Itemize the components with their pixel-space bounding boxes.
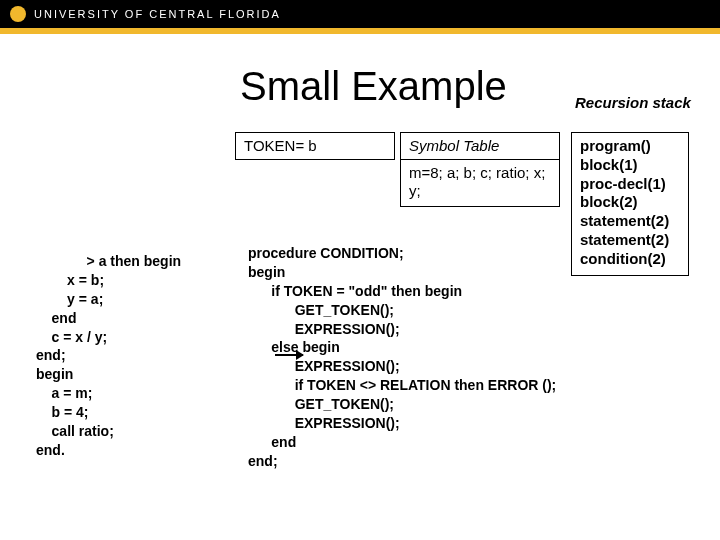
token-box: TOKEN= b bbox=[235, 132, 395, 160]
symbol-table-title: Symbol Table bbox=[409, 137, 499, 154]
brand-name: UNIVERSITY OF CENTRAL FLORIDA bbox=[34, 8, 281, 20]
source-code-left: > a then begin x = b; y = a; end c = x /… bbox=[36, 252, 181, 460]
ucf-logo-icon bbox=[10, 6, 26, 22]
symbol-table-header: Symbol Table bbox=[400, 132, 560, 160]
symbol-table-content: m=8; a; b; c; ratio; x; y; bbox=[409, 164, 545, 199]
slide-content: Small Example Recursion stack TOKEN= b S… bbox=[0, 34, 720, 540]
source-code-right: procedure CONDITION; begin if TOKEN = "o… bbox=[248, 244, 556, 471]
brand-bar: UNIVERSITY OF CENTRAL FLORIDA bbox=[0, 0, 720, 28]
stack-item: proc-decl(1) bbox=[580, 175, 680, 194]
token-value: TOKEN= b bbox=[244, 137, 317, 154]
recursion-stack-label: Recursion stack bbox=[575, 94, 691, 111]
pointer-arrow-icon bbox=[275, 354, 303, 356]
stack-item: block(1) bbox=[580, 156, 680, 175]
stack-item: statement(2) bbox=[580, 212, 680, 231]
stack-item: condition(2) bbox=[580, 250, 680, 269]
stack-item: program() bbox=[580, 137, 680, 156]
symbol-table-body: m=8; a; b; c; ratio; x; y; bbox=[400, 159, 560, 207]
recursion-stack-box: program() block(1) proc-decl(1) block(2)… bbox=[571, 132, 689, 276]
stack-item: statement(2) bbox=[580, 231, 680, 250]
stack-item: block(2) bbox=[580, 193, 680, 212]
slide-title: Small Example bbox=[240, 64, 507, 109]
